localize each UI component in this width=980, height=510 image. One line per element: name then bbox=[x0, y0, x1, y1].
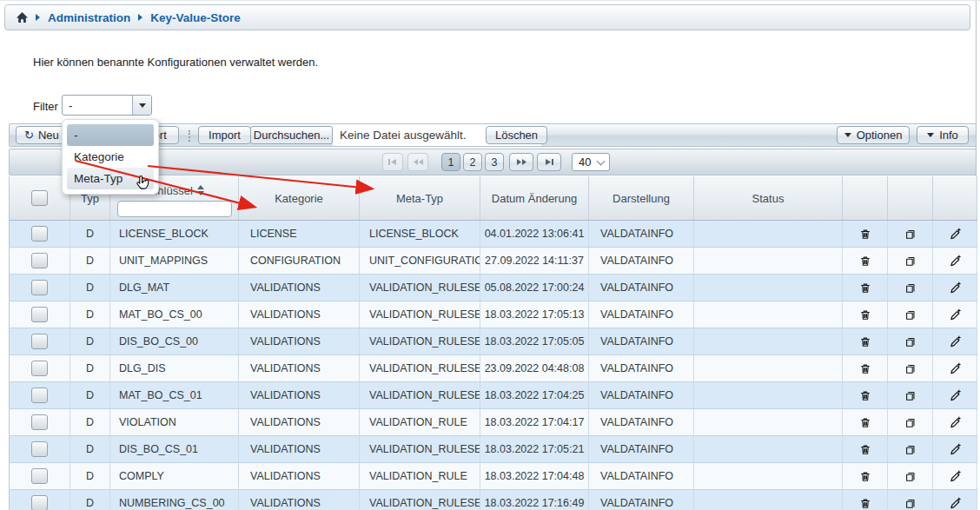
header-kategorie[interactable]: Kategorie bbox=[239, 176, 360, 221]
edit-row-button[interactable] bbox=[945, 493, 964, 510]
copy-row-button[interactable] bbox=[901, 440, 920, 459]
filter-select-arrow-button[interactable] bbox=[132, 96, 151, 115]
row-checkbox[interactable] bbox=[31, 414, 48, 430]
delete-row-button[interactable] bbox=[856, 359, 875, 378]
page-size-select[interactable]: 40 bbox=[572, 153, 610, 171]
cell-typ: D bbox=[70, 275, 110, 301]
delete-row-button[interactable] bbox=[856, 305, 875, 324]
page-1-button[interactable]: 1 bbox=[441, 153, 460, 171]
edit-row-button[interactable] bbox=[945, 467, 964, 486]
edit-row-button[interactable] bbox=[945, 359, 964, 378]
table-row: D COMPLY VALIDATIONS VALIDATION_RULE 18.… bbox=[10, 463, 977, 490]
delete-row-button[interactable] bbox=[856, 278, 875, 297]
filter-select[interactable]: - bbox=[62, 95, 152, 116]
cell-schluessel: COMPLY bbox=[110, 463, 239, 490]
delete-row-button[interactable] bbox=[856, 251, 875, 270]
edit-row-button[interactable] bbox=[945, 440, 964, 459]
cell-kategorie: VALIDATIONS bbox=[239, 328, 360, 355]
header-action-3 bbox=[933, 176, 977, 221]
header-datum[interactable]: Datum Änderung bbox=[480, 176, 589, 221]
import-button[interactable]: Import bbox=[198, 126, 251, 144]
cell-datum: 04.01.2022 13:06:41 bbox=[480, 221, 589, 248]
edit-row-button[interactable] bbox=[945, 332, 964, 351]
header-darstellung[interactable]: Darstellung bbox=[589, 176, 694, 221]
filter-dropdown-option[interactable]: Meta-Typ bbox=[67, 168, 154, 189]
delete-row-button[interactable] bbox=[856, 440, 875, 459]
cell-meta-typ: VALIDATION_RULESET bbox=[360, 490, 480, 510]
table-row: D LICENSE_BLOCK LICENSE LICENSE_BLOCK 04… bbox=[10, 221, 977, 248]
edit-row-button[interactable] bbox=[945, 386, 964, 405]
home-icon[interactable] bbox=[16, 11, 29, 23]
chevron-down-icon bbox=[927, 133, 934, 137]
delete-row-button[interactable] bbox=[856, 386, 875, 405]
copy-row-button[interactable] bbox=[901, 224, 920, 243]
page-2-button[interactable]: 2 bbox=[463, 153, 482, 171]
page-3-button[interactable]: 3 bbox=[485, 153, 504, 171]
browse-label: Durchsuchen... bbox=[254, 129, 329, 142]
row-checkbox[interactable] bbox=[31, 468, 48, 484]
refresh-icon: ↻ bbox=[24, 129, 34, 142]
cell-typ: D bbox=[70, 436, 110, 463]
cell-status bbox=[694, 436, 843, 463]
edit-row-button[interactable] bbox=[945, 224, 964, 243]
breadcrumb-administration[interactable]: Administration bbox=[48, 11, 130, 24]
delete-row-button[interactable] bbox=[856, 493, 875, 510]
cell-kategorie: VALIDATIONS bbox=[239, 382, 360, 409]
row-checkbox[interactable] bbox=[31, 280, 48, 295]
filter-dropdown-option[interactable]: Kategorie bbox=[67, 146, 154, 168]
row-checkbox[interactable] bbox=[31, 307, 48, 322]
chevron-down-icon bbox=[844, 133, 851, 137]
delete-row-button[interactable] bbox=[856, 332, 875, 351]
filter-dropdown-panel: -KategorieMeta-Typ bbox=[62, 119, 159, 195]
cell-datum: 27.09.2022 14:11:37 bbox=[480, 248, 589, 275]
edit-row-button[interactable] bbox=[945, 278, 964, 297]
cell-kategorie: VALIDATIONS bbox=[239, 436, 360, 463]
copy-row-button[interactable] bbox=[901, 305, 920, 324]
prev-page-button[interactable] bbox=[407, 153, 428, 171]
sort-icon[interactable] bbox=[197, 185, 204, 195]
cell-status bbox=[694, 463, 843, 490]
browse-button[interactable]: Durchsuchen... bbox=[250, 126, 333, 144]
cell-kategorie: VALIDATIONS bbox=[239, 409, 360, 436]
row-checkbox[interactable] bbox=[31, 441, 48, 457]
copy-row-button[interactable] bbox=[901, 467, 920, 486]
copy-row-button[interactable] bbox=[901, 278, 920, 297]
delete-row-button[interactable] bbox=[856, 224, 875, 243]
row-checkbox[interactable] bbox=[31, 334, 48, 349]
copy-row-button[interactable] bbox=[901, 386, 920, 405]
cell-status bbox=[694, 248, 843, 275]
first-page-button[interactable] bbox=[382, 153, 403, 171]
header-status[interactable]: Status bbox=[694, 176, 843, 221]
next-page-button[interactable] bbox=[509, 153, 533, 171]
edit-row-button[interactable] bbox=[945, 305, 964, 324]
delete-file-button[interactable]: Löschen bbox=[486, 126, 547, 144]
cell-datum: 18.03.2022 17:04:48 bbox=[480, 463, 589, 490]
row-checkbox[interactable] bbox=[31, 387, 48, 403]
copy-row-button[interactable] bbox=[901, 493, 920, 510]
table-row: D DLG_MAT VALIDATIONS VALIDATION_RULESET… bbox=[10, 275, 977, 301]
copy-row-button[interactable] bbox=[901, 359, 920, 378]
last-page-button[interactable] bbox=[537, 153, 561, 171]
edit-row-button[interactable] bbox=[945, 251, 964, 270]
info-menu-button[interactable]: Info bbox=[917, 126, 969, 144]
copy-row-button[interactable] bbox=[901, 251, 920, 270]
cell-datum: 05.08.2022 17:00:24 bbox=[480, 275, 589, 301]
copy-row-button[interactable] bbox=[901, 413, 920, 432]
cell-schluessel: LICENSE_BLOCK bbox=[110, 221, 239, 248]
edit-row-button[interactable] bbox=[945, 413, 964, 432]
row-checkbox[interactable] bbox=[31, 226, 48, 242]
row-checkbox[interactable] bbox=[31, 253, 48, 268]
row-checkbox[interactable] bbox=[31, 361, 48, 376]
schluessel-filter-input[interactable] bbox=[117, 201, 232, 217]
options-menu-button[interactable]: Optionen bbox=[837, 126, 910, 144]
cell-datum: 18.03.2022 17:05:13 bbox=[480, 301, 589, 328]
delete-row-button[interactable] bbox=[856, 413, 875, 432]
select-all-checkbox[interactable] bbox=[31, 190, 48, 206]
delete-row-button[interactable] bbox=[856, 467, 875, 486]
row-checkbox[interactable] bbox=[31, 495, 48, 510]
breadcrumb-key-value-store[interactable]: Key-Value-Store bbox=[150, 11, 241, 24]
header-meta-typ[interactable]: Meta-Typ bbox=[360, 176, 480, 221]
copy-row-button[interactable] bbox=[901, 332, 920, 351]
cell-status bbox=[694, 490, 843, 510]
filter-dropdown-option[interactable]: - bbox=[67, 124, 154, 146]
